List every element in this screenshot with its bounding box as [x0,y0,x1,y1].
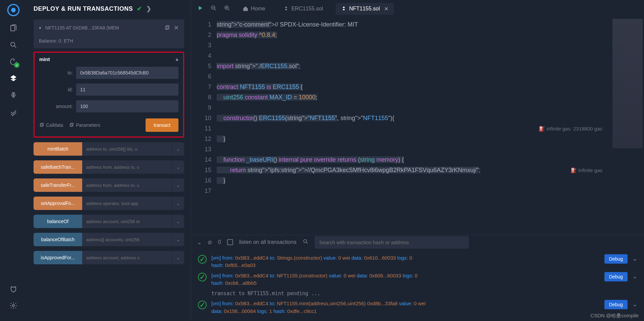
copy-calldata-button[interactable]: Calldata [39,122,63,128]
fn-button-balanceOfBatch[interactable]: balanceOfBatch [34,233,82,246]
deploy-panel: DEPLOY & RUN TRANSACTIONS ✔ ❯ ▾ NFT1155 … [27,0,191,321]
line-gutter: 1234567891011121314151617 [191,17,215,235]
main-area: Home ERC1155.sol NFT1155.sol ✕ 123456789… [191,0,644,321]
fn-args-input[interactable] [82,251,172,264]
panel-header: DEPLOY & RUN TRANSACTIONS ✔ ❯ [34,0,184,17]
code-body[interactable]: string">"c-comment">// SPDX-License-Iden… [215,17,612,235]
function-list: mintBatch⌄safeBatchTran...⌄safeTransferF… [34,142,184,264]
fn-expand-icon[interactable]: ⌄ [172,251,184,264]
copy-parameters-button[interactable]: Parameters [69,122,100,128]
settings-icon[interactable] [8,300,19,311]
svg-point-3 [12,305,14,307]
function-row: balanceOfBatch⌄ [34,233,184,246]
code-editor[interactable]: 1234567891011121314151617 string">"c-com… [191,17,644,235]
term-search-input[interactable] [315,236,469,249]
tx-row: ✓ [vm] from: 0x5B3...eddC4 to: NFT1155.m… [198,300,637,315]
term-search-icon[interactable] [303,238,309,246]
fn-expand-icon[interactable]: ⌄ [172,233,184,246]
plugin-icon[interactable] [8,283,19,294]
panel-title: DEPLOY & RUN TRANSACTIONS [34,5,133,12]
compiler-icon[interactable]: ✓ [8,56,19,67]
mint-id-input[interactable] [76,84,178,96]
fn-expand-icon[interactable]: ⌄ [172,160,184,174]
function-row: balanceOf⌄ [34,215,184,228]
fn-args-input[interactable] [82,197,172,210]
success-icon: ✓ [198,273,207,281]
debug-button[interactable]: Debug [604,272,628,281]
tx-pending-line: transact to NFT1155.mint pending ... [211,290,637,298]
tab-erc1155[interactable]: ERC1155.sol [278,3,328,14]
mint-expanded-box: mint ▴ to: id: amount: Calldata Paramete… [34,52,184,138]
mint-amount-input[interactable] [76,100,178,112]
collapse-icon[interactable]: ▴ [176,56,178,62]
success-icon: ✓ [198,301,207,309]
listen-label: listen on all transactions [239,239,297,245]
fn-expand-icon[interactable]: ⌄ [172,215,184,228]
svg-point-1 [11,8,15,12]
success-icon: ✓ [198,255,207,264]
function-row: setApprovalFo...⌄ [34,197,184,210]
left-sidebar: ✓ [0,0,27,321]
run-icon[interactable] [197,5,203,12]
debug-button[interactable]: Debug [604,254,628,264]
expand-tx-icon[interactable]: ⌄ [632,300,637,309]
tab-home[interactable]: Home [237,3,271,14]
fn-button-setApprovalFo[interactable]: setApprovalFo... [34,197,82,210]
zoom-in-icon[interactable] [224,5,230,12]
fn-button-isApprovedFor[interactable]: isApprovedFor... [34,251,82,264]
fn-button-mintBatch[interactable]: mintBatch [34,142,82,156]
unit-test-icon[interactable] [8,107,19,117]
tx-row: ✓ [vm] from: 0x5B3...eddC4 to: NFT1155.(… [198,272,637,287]
fn-args-input[interactable] [82,178,172,192]
fn-button-balanceOf[interactable]: balanceOf [34,215,82,228]
terminal-clear-icon[interactable]: ⊘ [208,239,212,246]
mint-to-label: to: [39,70,73,75]
watermark: CSDN @哈桑compile [590,313,639,319]
mint-amount-label: amount: [39,104,73,109]
tab-nft1155[interactable]: NFT1155.sol ✕ [336,3,394,15]
minimap[interactable] [612,19,643,235]
function-row: safeTransferFr...⌄ [34,178,184,192]
svg-point-12 [304,239,307,243]
debugger-icon[interactable] [8,90,19,101]
copy-address-icon[interactable] [164,25,170,31]
mint-to-input[interactable] [76,67,178,79]
debug-button[interactable]: Debug [604,300,628,309]
contract-balance: Balance: 0. ETH [39,38,179,44]
file-explorer-icon[interactable] [8,23,19,34]
editor-toolbar: Home ERC1155.sol NFT1155.sol ✕ [191,0,644,17]
svg-point-2 [11,42,15,46]
fn-button-safeBatchTran[interactable]: safeBatchTran... [34,160,82,174]
mint-title: mint [39,56,50,62]
expand-tx-icon[interactable]: ⌄ [632,272,637,281]
mint-id-label: id: [39,87,73,92]
remix-logo [7,3,20,17]
function-row: safeBatchTran...⌄ [34,160,184,174]
listen-checkbox[interactable] [227,239,233,245]
terminal-output[interactable]: ✓ [vm] from: 0x5B3...eddC4 to: Strings.(… [191,250,644,321]
pending-count: 0 [218,239,221,245]
transact-button[interactable]: transact [146,118,178,132]
fn-expand-icon[interactable]: ⌄ [172,178,184,192]
function-row: isApprovedFor...⌄ [34,251,184,264]
fn-args-input[interactable] [82,233,172,246]
check-icon: ✔ [137,5,142,12]
fn-args-input[interactable] [82,215,172,228]
function-row: mintBatch⌄ [34,142,184,156]
close-contract-icon[interactable]: ✕ [174,24,179,32]
fn-args-input[interactable] [82,142,172,156]
fn-args-input[interactable] [82,160,172,174]
terminal-toolbar: ⌄ ⊘ 0 listen on all transactions [191,235,644,250]
zoom-out-icon[interactable] [211,5,217,12]
close-tab-icon[interactable]: ✕ [384,6,388,12]
expand-tx-icon[interactable]: ⌄ [632,254,637,263]
deploy-icon[interactable] [8,73,19,84]
tx-row: ✓ [vm] from: 0x5B3...eddC4 to: Strings.(… [198,254,637,269]
chevron-down-icon[interactable]: ▾ [39,25,41,31]
chevron-right-icon[interactable]: ❯ [146,5,152,12]
search-icon[interactable] [8,40,19,50]
fn-button-safeTransferFr[interactable]: safeTransferFr... [34,178,82,192]
fn-expand-icon[interactable]: ⌄ [172,197,184,210]
fn-expand-icon[interactable]: ⌄ [172,142,184,156]
terminal-collapse-icon[interactable]: ⌄ [197,239,202,246]
